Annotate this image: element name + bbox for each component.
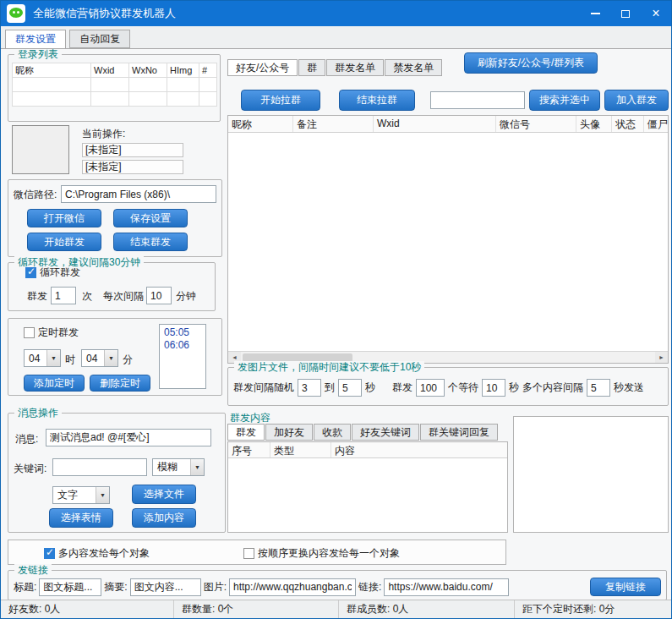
message-input[interactable] xyxy=(46,429,211,446)
col-content: 内容 xyxy=(331,442,507,457)
table-row[interactable] xyxy=(13,78,217,92)
list-item[interactable]: 06:06 xyxy=(164,339,201,352)
timed-minute-select[interactable]: 04 ▼ xyxy=(81,349,118,367)
col-type: 类型 xyxy=(270,442,331,457)
timed-send-checkbox-label: 定时群发 xyxy=(38,326,79,340)
interval-label-8: 秒发送 xyxy=(614,381,644,395)
content-type-value: 文字 xyxy=(57,488,78,502)
window-controls: × xyxy=(580,1,671,26)
save-settings-button[interactable]: 保存设置 xyxy=(113,209,188,227)
chevron-down-icon: ▼ xyxy=(46,350,60,366)
link-url-input[interactable] xyxy=(384,578,509,596)
login-col-himg: HImg xyxy=(167,63,199,78)
select-emoji-button[interactable]: 选择表情 xyxy=(49,508,113,528)
friends-table-body[interactable] xyxy=(228,133,668,351)
wechat-icon xyxy=(7,4,25,23)
link-summary-input[interactable] xyxy=(130,578,201,596)
login-list-table[interactable]: 昵称 Wxid WxNo HImg # xyxy=(12,63,217,107)
checkbox-icon xyxy=(44,548,55,559)
content-table-body[interactable] xyxy=(228,458,507,532)
status-bar: 好友数: 0人 群数量: 0个 群成员数: 0人 距下个定时还剩: 0分 xyxy=(1,600,671,618)
login-list-groupbox: 登录列表 昵称 Wxid WxNo HImg # xyxy=(8,54,221,122)
tab-group-keyword-reply[interactable]: 群关键词回复 xyxy=(420,424,498,441)
wait-seconds-input[interactable] xyxy=(482,379,505,397)
tab-add-friend[interactable]: 加好友 xyxy=(265,424,313,441)
copy-link-button[interactable]: 复制链接 xyxy=(590,578,661,596)
batch-size-input[interactable] xyxy=(416,379,445,397)
interval-label-4: 群发 xyxy=(392,381,412,395)
interval-label-1: 群发间隔随机 xyxy=(233,381,294,395)
status-group-count: 群数量: 0个 xyxy=(174,600,339,618)
maximize-button[interactable] xyxy=(610,1,641,26)
col-status: 状态 xyxy=(612,116,644,132)
match-mode-select[interactable]: 模糊 ▼ xyxy=(152,458,205,476)
sequential-content-checkbox[interactable]: 按顺序更换内容发给每一个对象 xyxy=(243,546,400,561)
minimize-button[interactable] xyxy=(580,1,610,26)
col-wxid: Wxid xyxy=(374,116,496,132)
send-link-title: 发链接 xyxy=(14,564,52,577)
timed-hour-value: 04 xyxy=(29,353,40,364)
scroll-right-icon[interactable]: ► xyxy=(655,352,668,363)
search-select-button[interactable]: 搜索并选中 xyxy=(529,90,600,111)
content-area: 登录列表 昵称 Wxid WxNo HImg # xyxy=(1,48,671,600)
tab-friend-keyword[interactable]: 好友关键词 xyxy=(352,424,419,441)
interval-row: 群发间隔随机 到 秒 群发 个等待 秒 多个内容间隔 秒发送 xyxy=(233,379,666,397)
tab-send-settings[interactable]: 群发设置 xyxy=(5,30,66,49)
message-label: 消息: xyxy=(15,432,38,446)
join-send-button[interactable]: 加入群发 xyxy=(604,90,669,111)
list-item[interactable]: 05:05 xyxy=(164,326,201,339)
tab-mass-send[interactable]: 群发 xyxy=(227,424,265,441)
link-summary-label: 摘要: xyxy=(104,580,127,594)
start-mass-send-button[interactable]: 开始群发 xyxy=(27,233,101,251)
tab-collect-payment[interactable]: 收款 xyxy=(314,424,351,441)
tab-auto-reply[interactable]: 自动回复 xyxy=(69,30,130,48)
add-content-button[interactable]: 添加内容 xyxy=(132,508,196,528)
col-zombie: 僵尸 xyxy=(644,116,668,132)
friends-table: 昵称 备注 Wxid 微信号 头像 状态 僵尸 ◄ ► xyxy=(227,115,669,364)
chevron-down-icon: ▼ xyxy=(96,487,109,503)
interval-min-input[interactable] xyxy=(298,379,321,397)
interval-max-input[interactable] xyxy=(338,379,362,397)
content-gap-input[interactable] xyxy=(587,379,610,397)
checkbox-icon xyxy=(24,327,35,338)
open-wechat-button[interactable]: 打开微信 xyxy=(27,209,101,227)
loop-times-input[interactable] xyxy=(51,287,76,304)
loop-send-checkbox-label: 循环群发 xyxy=(40,266,80,280)
delete-timer-button[interactable]: 删除定时 xyxy=(90,375,150,392)
tab-groups[interactable]: 群 xyxy=(298,59,325,76)
link-title-label: 标题: xyxy=(14,580,36,594)
friends-table-header: 昵称 备注 Wxid 微信号 头像 状态 僵尸 xyxy=(228,116,668,133)
stop-mass-send-button[interactable]: 结束群发 xyxy=(113,233,188,251)
col-avatar: 头像 xyxy=(576,116,612,132)
tab-send-list[interactable]: 群发名单 xyxy=(326,59,384,76)
scrollbar-thumb[interactable] xyxy=(243,353,352,362)
timed-times-list[interactable]: 05:05 06:06 xyxy=(159,324,206,389)
select-file-button[interactable]: 选择文件 xyxy=(132,485,196,504)
col-remark: 备注 xyxy=(293,116,374,132)
wechat-path-input[interactable] xyxy=(61,185,216,203)
close-icon: × xyxy=(652,7,659,20)
tab-ban-list[interactable]: 禁发名单 xyxy=(385,59,442,76)
link-image-input[interactable] xyxy=(229,578,356,596)
timed-hour-select[interactable]: 04 ▼ xyxy=(24,349,61,367)
content-preview-textarea[interactable] xyxy=(513,416,669,533)
table-row[interactable] xyxy=(13,92,217,107)
keyword-input[interactable] xyxy=(52,458,147,476)
refresh-list-button[interactable]: 刷新好友/公众号/群列表 xyxy=(464,52,598,74)
tab-friends-public[interactable]: 好友/公众号 xyxy=(227,59,298,76)
status-friend-count: 好友数: 0人 xyxy=(1,600,174,618)
loop-send-checkbox[interactable]: 循环群发 xyxy=(25,266,80,280)
loop-interval-input[interactable] xyxy=(146,287,172,304)
content-type-select[interactable]: 文字 ▼ xyxy=(52,486,110,504)
app-window: 全能微信营销协议群发机器人 × 群发设置 自动回复 登录列表 昵称 Wxid W… xyxy=(0,0,672,619)
end-pull-group-button[interactable]: 结束拉群 xyxy=(339,90,415,111)
link-title-input[interactable] xyxy=(39,578,101,596)
add-timer-button[interactable]: 添加定时 xyxy=(24,375,85,392)
timed-minute-value: 04 xyxy=(86,353,97,364)
multi-content-checkbox[interactable]: 多内容发给每个对象 xyxy=(44,546,150,561)
search-input[interactable] xyxy=(430,91,525,109)
timed-send-checkbox[interactable]: 定时群发 xyxy=(24,326,79,340)
close-button[interactable]: × xyxy=(641,1,671,26)
start-pull-group-button[interactable]: 开始拉群 xyxy=(241,90,320,111)
interval-label-6: 秒 xyxy=(509,381,519,395)
